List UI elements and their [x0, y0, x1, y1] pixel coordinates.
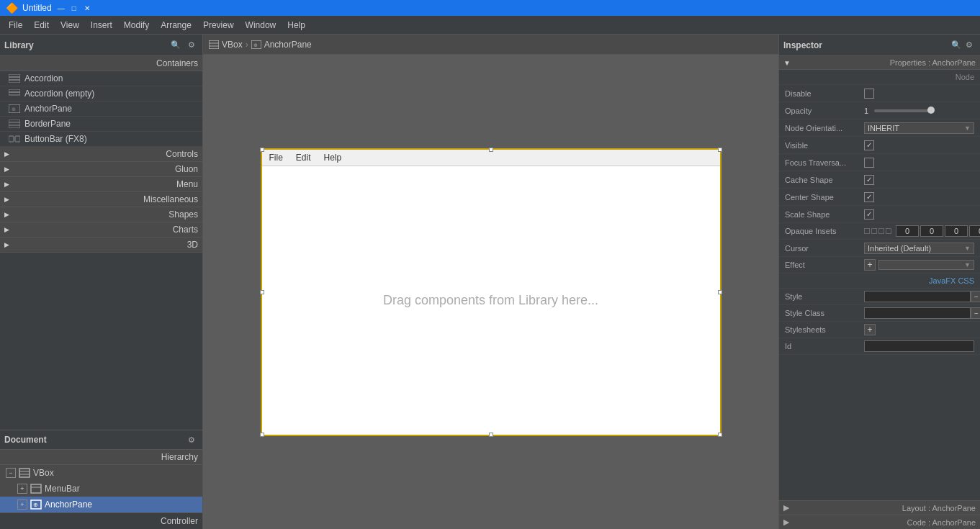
id-input[interactable]	[864, 340, 974, 352]
menu-edit[interactable]: Edit	[28, 18, 55, 32]
inset-left[interactable]	[969, 225, 980, 237]
layout-bottom-bar[interactable]: ▶ Layout : AnchorPane	[779, 500, 980, 515]
breadcrumb-vbox[interactable]: VBox	[209, 40, 243, 50]
cache-shape-checkbox[interactable]	[864, 175, 874, 185]
canvas-menu-edit[interactable]: Edit	[293, 151, 314, 164]
menu-modify[interactable]: Modify	[118, 18, 155, 32]
drag-hint: Drag components from Library here...	[383, 293, 598, 308]
maximize-button[interactable]: □	[69, 3, 79, 13]
style-label: Style	[785, 292, 864, 301]
canvas-menu-file[interactable]: File	[266, 151, 286, 164]
anchorpane-expand-btn[interactable]: +	[17, 499, 27, 510]
style-edit-btn[interactable]: −	[971, 291, 980, 302]
vbox-label: VBox	[33, 468, 54, 478]
opacity-thumb[interactable]	[927, 107, 935, 114]
library-item-accordion-empty[interactable]: Accordion (empty)	[0, 86, 202, 101]
style-input[interactable]	[864, 291, 971, 302]
focus-traversable-label: Focus Traversa...	[785, 158, 864, 167]
library-item-anchorpane[interactable]: ⊕ AnchorPane	[0, 101, 202, 117]
hierarchy-item-menubar[interactable]: + MenuBar	[0, 481, 202, 497]
node-orientation-select[interactable]: INHERIT ▼	[864, 122, 974, 134]
section-misc[interactable]: ▶ Miscellaneous	[0, 192, 202, 207]
section-shapes-label: Shapes	[168, 209, 198, 220]
vbox-expand-btn[interactable]: −	[6, 468, 16, 478]
cursor-select[interactable]: Inherited (Default) ▼	[864, 243, 974, 254]
dot-4	[886, 228, 891, 234]
section-gluon[interactable]: ▶ Gluon	[0, 162, 202, 177]
scale-shape-checkbox[interactable]	[864, 209, 874, 220]
breadcrumb-anchorpane[interactable]: ⊕ AnchorPane	[251, 40, 312, 50]
section-controls[interactable]: ▶ Controls	[0, 147, 202, 162]
menu-file[interactable]: File	[3, 18, 28, 32]
hierarchy-item-vbox[interactable]: − VBox	[0, 465, 202, 481]
section-menu[interactable]: ▶ Menu	[0, 177, 202, 192]
menu-window[interactable]: Window	[240, 18, 282, 32]
handle-middle-right[interactable]	[718, 290, 722, 294]
canvas-menu-help[interactable]: Help	[321, 151, 345, 164]
handle-bottom-left[interactable]	[260, 433, 264, 437]
menu-view[interactable]: View	[55, 18, 85, 32]
inspector-search-icon[interactable]: 🔍	[950, 39, 963, 52]
stylesheets-add-btn[interactable]: +	[864, 324, 876, 335]
dot-1	[864, 228, 870, 234]
menu-insert[interactable]: Insert	[85, 18, 118, 32]
code-bottom-bar[interactable]: ▶ Code : AnchorPane	[779, 515, 980, 529]
inspector-settings-icon[interactable]: ⚙	[963, 39, 976, 52]
minimize-button[interactable]: —	[56, 3, 66, 13]
menu-help[interactable]: Help	[282, 18, 311, 32]
opacity-number: 1	[864, 107, 868, 115]
style-class-input[interactable]	[864, 307, 971, 319]
svg-rect-19	[209, 40, 219, 49]
breadcrumb-anchorpane-label: AnchorPane	[264, 40, 312, 50]
handle-middle-left[interactable]	[260, 290, 264, 294]
breadcrumb-anchorpane-icon: ⊕	[251, 40, 261, 50]
svg-rect-7	[9, 119, 20, 128]
section-3d[interactable]: ▶ 3D	[0, 238, 202, 253]
effect-add-btn[interactable]: +	[864, 259, 876, 271]
section-shapes[interactable]: ▶ Shapes	[0, 207, 202, 222]
library-item-buttonbar[interactable]: ButtonBar (FX8)	[0, 132, 202, 147]
cache-shape-label: Cache Shape	[785, 176, 864, 184]
inset-bottom[interactable]	[945, 225, 968, 237]
canvas-area[interactable]: File Edit Help Drag components from Libr…	[203, 55, 778, 529]
visible-checkbox[interactable]	[864, 140, 874, 150]
svg-text:⊕: ⊕	[253, 42, 258, 48]
library-settings-icon[interactable]: ⚙	[185, 39, 198, 52]
accordion-label: Accordion	[24, 73, 63, 83]
center-shape-checkbox[interactable]	[864, 192, 874, 202]
handle-top-left[interactable]	[260, 148, 264, 152]
design-canvas[interactable]: File Edit Help Drag components from Libr…	[261, 148, 721, 436]
canvas-body[interactable]: Drag components from Library here...	[262, 166, 720, 435]
section-containers[interactable]: Containers	[0, 56, 202, 71]
menu-arrange[interactable]: Arrange	[155, 18, 197, 32]
breadcrumb-bar: VBox › ⊕ AnchorPane	[203, 35, 778, 55]
library-search-icon[interactable]: 🔍	[169, 39, 182, 52]
inset-right[interactable]	[920, 225, 943, 237]
section-3d-label: 3D	[187, 240, 198, 250]
focus-traversable-checkbox[interactable]	[864, 158, 874, 168]
document-settings-icon[interactable]: ⚙	[185, 433, 198, 446]
inset-top[interactable]	[896, 225, 919, 237]
buttonbar-icon	[9, 134, 20, 144]
handle-bottom-center[interactable]	[489, 433, 493, 437]
library-item-borderpane[interactable]: BorderPane	[0, 117, 202, 132]
effect-select[interactable]: ▼	[878, 260, 974, 270]
close-button[interactable]: ✕	[82, 3, 92, 13]
handle-bottom-right[interactable]	[718, 433, 722, 437]
handle-top-right[interactable]	[718, 148, 722, 152]
properties-arrow: ▼	[783, 59, 791, 67]
section-charts[interactable]: ▶ Charts	[0, 222, 202, 238]
hierarchy-item-anchorpane[interactable]: + ⊕ AnchorPane	[0, 497, 202, 512]
style-class-edit-btn[interactable]: −	[971, 307, 980, 319]
breadcrumb-separator: ›	[246, 40, 248, 50]
library-item-accordion[interactable]: Accordion	[0, 71, 202, 86]
disable-checkbox[interactable]	[864, 89, 874, 99]
javafx-css-bar[interactable]: JavaFX CSS	[779, 273, 980, 289]
anchorpane-tree-icon: ⊕	[30, 499, 42, 510]
accordion-empty-label: Accordion (empty)	[24, 89, 94, 99]
opacity-slider[interactable]	[874, 109, 932, 112]
menubar-expand-btn[interactable]: +	[17, 484, 27, 494]
menu-preview[interactable]: Preview	[197, 18, 240, 32]
svg-rect-11	[15, 136, 20, 142]
handle-top-center[interactable]	[489, 148, 493, 152]
